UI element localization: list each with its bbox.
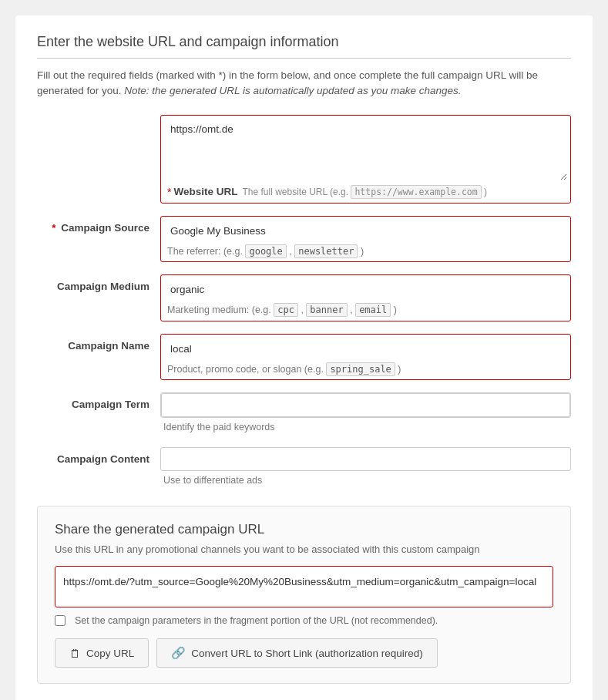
campaign-term-input[interactable] bbox=[161, 393, 570, 417]
campaign-term-row: Campaign Term Identify the paid keywords bbox=[37, 392, 571, 435]
copy-url-button[interactable]: 🗒 Copy URL bbox=[55, 638, 149, 668]
form-section: https://omt.de * Website URL The full we… bbox=[37, 115, 571, 488]
website-url-label-row: * Website URL The full website URL (e.g.… bbox=[164, 183, 567, 200]
campaign-content-content: Use to differentiate ads bbox=[160, 447, 571, 488]
source-code-1: google bbox=[245, 244, 286, 258]
campaign-name-input[interactable] bbox=[164, 338, 567, 360]
share-desc: Use this URL in any promotional channels… bbox=[55, 544, 553, 555]
intro-text: Fill out the required fields (marked wit… bbox=[37, 68, 571, 99]
website-url-label-cell bbox=[37, 115, 160, 121]
campaign-medium-wrapper: Marketing medium: (e.g. cpc , banner , e… bbox=[160, 274, 571, 321]
campaign-medium-label: Campaign Medium bbox=[37, 274, 160, 292]
campaign-medium-help: Marketing medium: (e.g. cpc , banner , e… bbox=[164, 304, 567, 318]
website-url-field-label: Website URL bbox=[173, 186, 237, 197]
fragment-label: Set the campaign parameters in the fragm… bbox=[75, 615, 438, 626]
copy-url-label: Copy URL bbox=[86, 648, 134, 659]
campaign-content-input[interactable] bbox=[160, 447, 571, 471]
campaign-content-label: Campaign Content bbox=[37, 447, 160, 465]
campaign-source-row: * Campaign Source The referrer: (e.g. go… bbox=[37, 216, 571, 263]
generated-url-text: https://omt.de/?utm_source=Google%20My%2… bbox=[62, 571, 546, 602]
medium-code-1: cpc bbox=[274, 303, 298, 317]
name-code-1: spring_sale bbox=[326, 362, 395, 376]
website-url-content: https://omt.de * Website URL The full we… bbox=[160, 115, 571, 204]
source-required-star: * bbox=[52, 222, 55, 234]
intro-italic: Note: the generated URL is automatically… bbox=[124, 85, 461, 96]
website-url-outer-wrapper: https://omt.de * Website URL The full we… bbox=[160, 115, 571, 204]
source-code-2: newsletter bbox=[294, 244, 358, 258]
campaign-term-label: Campaign Term bbox=[37, 392, 160, 410]
website-url-hint: The full website URL (e.g. https://www.e… bbox=[242, 187, 487, 197]
website-url-required-star: * bbox=[167, 186, 171, 198]
website-url-row: https://omt.de * Website URL The full we… bbox=[37, 115, 571, 204]
campaign-content-help: Use to differentiate ads bbox=[160, 474, 571, 488]
campaign-term-content: Identify the paid keywords bbox=[160, 392, 571, 435]
main-container: Enter the website URL and campaign infor… bbox=[15, 15, 593, 700]
campaign-source-help: The referrer: (e.g. google , newsletter … bbox=[164, 245, 567, 259]
share-section: Share the generated campaign URL Use thi… bbox=[37, 506, 571, 684]
fragment-row: Set the campaign parameters in the fragm… bbox=[55, 615, 553, 626]
website-url-hint-code: https://www.example.com bbox=[351, 185, 481, 199]
campaign-medium-content: Marketing medium: (e.g. cpc , banner , e… bbox=[160, 274, 571, 321]
copy-icon: 🗒 bbox=[69, 647, 81, 660]
campaign-name-label: Campaign Name bbox=[37, 334, 160, 352]
convert-url-button[interactable]: 🔗 Convert URL to Short Link (authorizati… bbox=[156, 638, 437, 668]
medium-code-3: email bbox=[355, 303, 391, 317]
convert-url-label: Convert URL to Short Link (authorization… bbox=[191, 648, 422, 659]
generated-url-wrapper: https://omt.de/?utm_source=Google%20My%2… bbox=[55, 566, 553, 607]
campaign-source-input[interactable] bbox=[164, 220, 567, 242]
campaign-source-label: * Campaign Source bbox=[37, 216, 160, 234]
campaign-content-row: Campaign Content Use to differentiate ad… bbox=[37, 447, 571, 488]
campaign-term-help: Identify the paid keywords bbox=[160, 421, 571, 435]
button-row: 🗒 Copy URL 🔗 Convert URL to Short Link (… bbox=[55, 638, 553, 668]
campaign-medium-input[interactable] bbox=[164, 278, 567, 301]
convert-icon: 🔗 bbox=[171, 646, 186, 660]
website-url-input[interactable]: https://omt.de bbox=[164, 119, 567, 180]
fragment-checkbox[interactable] bbox=[55, 615, 66, 626]
campaign-content-wrapper bbox=[160, 447, 571, 471]
campaign-source-wrapper: The referrer: (e.g. google , newsletter … bbox=[160, 216, 571, 263]
medium-code-2: banner bbox=[306, 303, 347, 317]
campaign-term-wrapper bbox=[160, 392, 571, 418]
campaign-name-row: Campaign Name Product, promo code, or sl… bbox=[37, 334, 571, 381]
share-title: Share the generated campaign URL bbox=[55, 522, 553, 537]
page-title: Enter the website URL and campaign infor… bbox=[37, 34, 571, 59]
campaign-source-content: The referrer: (e.g. google , newsletter … bbox=[160, 216, 571, 263]
campaign-name-wrapper: Product, promo code, or slogan (e.g. spr… bbox=[160, 334, 571, 381]
campaign-name-help: Product, promo code, or slogan (e.g. spr… bbox=[164, 363, 567, 377]
campaign-medium-row: Campaign Medium Marketing medium: (e.g. … bbox=[37, 274, 571, 321]
campaign-name-content: Product, promo code, or slogan (e.g. spr… bbox=[160, 334, 571, 381]
